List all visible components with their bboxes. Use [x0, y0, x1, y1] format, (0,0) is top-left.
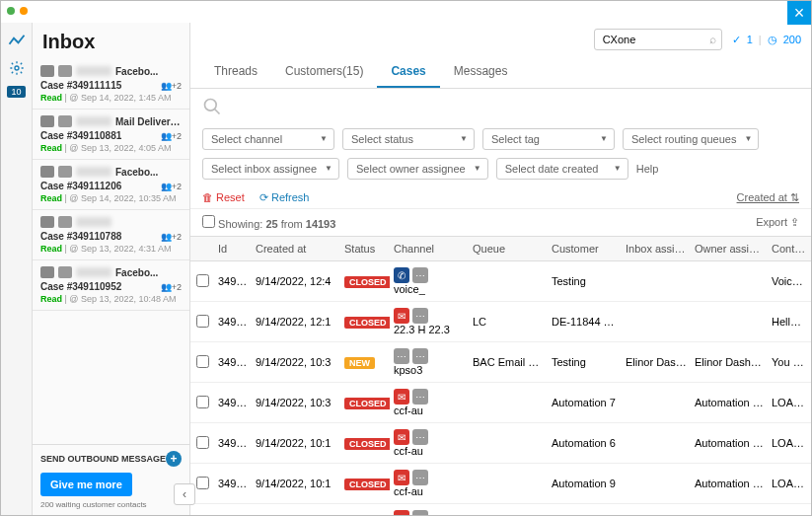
column-header[interactable]: Owner assig...	[691, 237, 768, 260]
search-input[interactable]	[594, 29, 722, 50]
chat-icon: ✉	[394, 429, 409, 445]
gray-icon: ⋯	[412, 389, 428, 405]
gray-icon: ⋯	[412, 510, 428, 515]
gray-icon: ⋯	[412, 308, 428, 324]
gray-icon: ⋯	[412, 267, 428, 283]
case-list: Facebo...Case #349111115👥+2Read | @ Sep …	[33, 59, 189, 444]
sort-button[interactable]: Created at ⇅	[737, 191, 799, 204]
left-rail: 10	[1, 23, 33, 515]
case-item[interactable]: Mail Delivery Sub...Case #349110881👥+2Re…	[33, 110, 189, 160]
table-header: IdCreated atStatusChannelQueueCustomerIn…	[190, 236, 811, 261]
tab-cases[interactable]: Cases	[377, 56, 439, 88]
tabs: ThreadsCustomers(15)CasesMessages	[190, 56, 811, 89]
filter-owner-assignee[interactable]: Select owner assignee	[347, 158, 488, 180]
collapse-sidebar-button[interactable]: ‹	[174, 483, 195, 505]
table-row[interactable]: 349119/14/2022, 10:3CLOSED✉⋯ ccf-auAutom…	[190, 383, 811, 423]
table-row[interactable]: 349119/14/2022, 10:3NEW⋯⋯ kpso3BAC Email…	[190, 342, 811, 383]
column-header[interactable]: Id	[214, 237, 252, 260]
table-body: 349119/14/2022, 12:4CLOSED✆⋯ voice_Testi…	[190, 261, 811, 515]
chat-icon: ✉	[394, 470, 409, 485]
global-search[interactable]: ⌕	[594, 29, 722, 50]
phone-icon: ✆	[394, 267, 409, 283]
column-header[interactable]: Inbox assign...	[622, 237, 691, 260]
table-row[interactable]: 349119/14/2022, 12:1CLOSED✉⋯ 22.3 H 22.3…	[190, 302, 811, 342]
dot-green	[7, 7, 15, 15]
main-panel: ⌕ ✓1 | ◷200 ThreadsCustomers(15)CasesMes…	[190, 23, 811, 515]
page-title: Inbox	[42, 31, 180, 53]
filter-inbox-assignee[interactable]: Select inbox assignee	[202, 158, 339, 180]
filter-tag[interactable]: Select tag	[482, 128, 615, 150]
filter-search[interactable]	[190, 89, 811, 128]
plus-icon: +	[166, 451, 182, 467]
svg-line-2	[215, 110, 220, 114]
table-row[interactable]: 349119/14/2022, 10:1CLOSED✉⋯ ccf-auAutom…	[190, 464, 811, 504]
gray-icon: ⋯	[412, 429, 428, 445]
row-checkbox[interactable]	[196, 477, 209, 489]
column-header[interactable]: Context	[768, 237, 811, 260]
row-checkbox[interactable]	[196, 436, 209, 449]
row-checkbox[interactable]	[196, 396, 209, 408]
give-me-more-button[interactable]: Give me more	[40, 473, 132, 496]
column-header[interactable]: Status	[340, 237, 390, 260]
gray-icon: ⋯	[412, 348, 428, 364]
case-item[interactable]: Facebo...Case #349111206👥+2Read | @ Sep …	[33, 160, 189, 210]
tab-customers[interactable]: Customers(15)	[271, 56, 377, 88]
reset-button[interactable]: 🗑 Reset	[202, 191, 245, 203]
table-row[interactable]: 349119/14/2022, 12:4CLOSED✆⋯ voice_Testi…	[190, 261, 811, 302]
chat-icon: ✉	[394, 308, 409, 324]
chat-icon: ✉	[394, 389, 409, 405]
svg-point-1	[205, 100, 217, 111]
waiting-count: 200 waiting customer contacts	[40, 500, 182, 509]
column-header[interactable]: Queue	[469, 237, 548, 260]
select-all-checkbox[interactable]	[202, 215, 215, 228]
filter-date-created[interactable]: Select date created	[496, 158, 628, 180]
search-icon: ⌕	[709, 33, 716, 46]
help-link[interactable]: Help	[636, 163, 659, 175]
table-row[interactable]: 349119/14/2022, 10:1CLOSED✉⋯ ccf-auAutom…	[190, 423, 811, 464]
row-checkbox[interactable]	[196, 355, 209, 368]
column-header[interactable]: Created at	[252, 237, 340, 260]
row-checkbox[interactable]	[196, 274, 209, 287]
column-header[interactable]: Channel	[390, 237, 469, 260]
gray-icon: ⋯	[412, 470, 428, 485]
case-item[interactable]: Facebo...Case #349111115👥+2Read | @ Sep …	[33, 59, 189, 110]
refresh-button[interactable]: ⟳ Refresh	[259, 191, 310, 203]
case-item[interactable]: Facebo...Case #349110952👥+2Read | @ Sep …	[33, 260, 189, 311]
close-button[interactable]: ×	[787, 1, 811, 25]
filter-channel[interactable]: Select channel	[202, 128, 334, 150]
send-outbound-button[interactable]: SEND OUTBOUND MESSAGE +	[40, 451, 182, 467]
row-checkbox[interactable]	[196, 315, 209, 328]
dot-orange	[20, 7, 28, 15]
column-header[interactable]	[190, 237, 214, 260]
sidebar: Inbox Facebo...Case #349111115👥+2Read | …	[33, 23, 190, 515]
gear-icon[interactable]	[7, 58, 27, 78]
top-stats: ✓1 | ◷200	[732, 34, 801, 46]
filters: Select channel Select status Select tag …	[190, 128, 811, 187]
column-header[interactable]: Customer	[548, 237, 622, 260]
filter-routing[interactable]: Select routing queues	[623, 128, 759, 150]
case-item[interactable]: Case #349110788👥+2Read | @ Sep 13, 2022,…	[33, 210, 189, 260]
filter-status[interactable]: Select status	[342, 128, 475, 150]
cases-table: IdCreated atStatusChannelQueueCustomerIn…	[190, 236, 811, 515]
gray-icon: ⋯	[394, 348, 409, 364]
table-row[interactable]: 349119/14/2022, 10:1CLOSED✉⋯ ccf-auAutom…	[190, 504, 811, 515]
export-button[interactable]: Export ⇪	[756, 216, 799, 229]
window-controls	[7, 7, 28, 15]
svg-point-0	[15, 66, 19, 70]
rail-badge: 10	[7, 86, 25, 98]
tab-messages[interactable]: Messages	[440, 56, 522, 88]
tab-threads[interactable]: Threads	[200, 56, 271, 88]
showing-count: Showing: 25 from 14193	[202, 215, 335, 230]
chat-icon: ✉	[394, 510, 409, 515]
logo-icon[interactable]	[7, 31, 27, 50]
